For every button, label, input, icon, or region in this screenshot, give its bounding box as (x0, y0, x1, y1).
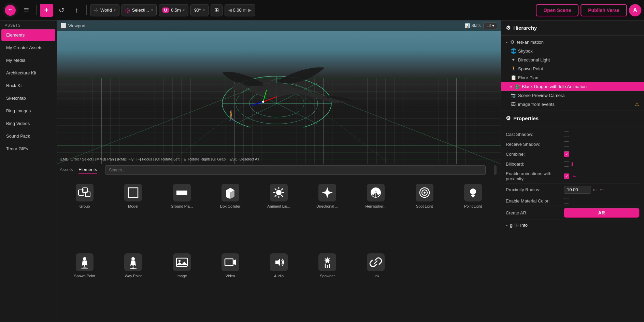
logo-button[interactable]: ~ (3, 3, 18, 18)
audio-label: Audio (274, 274, 284, 278)
ar-button[interactable]: AR (564, 208, 639, 218)
proximity-radius-arrow: ← (599, 186, 605, 193)
hier-skybox[interactable]: 🌐 Skybox (501, 46, 644, 55)
receive-shadow-checkbox[interactable] (564, 141, 569, 147)
proximity-radius-input[interactable] (564, 186, 591, 194)
element-audio[interactable]: Audio (255, 250, 302, 318)
tab-elements[interactable]: Elements (78, 166, 97, 174)
proximity-unit: m (593, 187, 597, 192)
element-box-collider[interactable]: Box Collider (207, 180, 254, 249)
link-label: Link (372, 274, 379, 278)
element-point-light[interactable]: Point Light (449, 180, 497, 249)
hier-spawn-point[interactable]: 🚶 Spawn Point (501, 64, 644, 73)
u-dropdown[interactable]: U 0.5m ▾ (159, 4, 188, 16)
billboard-info-icon[interactable]: ℹ (571, 161, 573, 167)
value-control[interactable]: ◀ 0.00 m ▶ (225, 4, 255, 16)
element-model[interactable]: Model (110, 180, 157, 249)
video-label: Video (226, 274, 235, 278)
hier-black-dragon[interactable]: ▸ 🐉 Black Dragon with Idle Animation (501, 82, 644, 91)
svg-rect-20 (128, 188, 138, 197)
sidebar-item-architecture-kit[interactable]: Architecture Kit (1, 67, 55, 79)
prop-create-ar: Create AR: AR (506, 206, 639, 220)
sidebar-item-rock-kit[interactable]: Rock Kit (1, 80, 55, 92)
bottom-tabs: Assets Elements (57, 164, 501, 176)
prop-enable-material-color: Enable Material Color: (506, 196, 639, 206)
publish-button[interactable]: Publish Verse (581, 4, 627, 16)
refresh-button[interactable]: ↺ (55, 4, 68, 17)
world-dropdown[interactable]: ⊹ World ▾ (90, 4, 119, 16)
hier-tes-animation[interactable]: ▸ ⚙ tes-animation (501, 38, 644, 46)
logo-icon: ~ (5, 5, 16, 16)
element-video[interactable]: Video (207, 250, 254, 318)
cast-shadow-checkbox[interactable] (564, 131, 569, 137)
combine-checkbox[interactable]: ✓ (564, 151, 569, 157)
prop-combine: Combine: ✓ (506, 149, 639, 159)
element-spot-light[interactable]: Spot Light (401, 180, 448, 249)
svg-point-22 (276, 190, 282, 195)
properties-header: ⚙ Properties (501, 111, 644, 126)
element-spawn-point[interactable]: Spawn Point (61, 250, 108, 318)
gltf-info-row[interactable]: ▸ gITF Info (506, 220, 639, 230)
svg-point-44 (178, 260, 181, 262)
arrow-button[interactable]: ↑ (70, 4, 83, 17)
element-way-point[interactable]: Way Point (110, 250, 157, 318)
spawn-point-icon (76, 253, 94, 271)
point-light-icon (464, 184, 482, 201)
dragon-silhouette (181, 42, 352, 127)
point-light-label: Point Light (464, 204, 482, 208)
image-icon (173, 253, 191, 271)
box-collider-icon (221, 184, 239, 201)
audio-icon (270, 253, 288, 271)
user-avatar[interactable]: A (629, 4, 641, 16)
sidebar-item-sketchfab[interactable]: Sketchfab (1, 92, 55, 104)
lit-dropdown[interactable]: Lit ▾ (483, 22, 497, 29)
billboard-checkbox[interactable] (564, 161, 569, 167)
directional-label: Directional ... (316, 204, 338, 208)
hier-directional-light[interactable]: ✦ Directional Light (501, 55, 644, 64)
sidebar-item-sound-pack[interactable]: Sound Pack (1, 130, 55, 142)
search-input[interactable] (105, 165, 486, 175)
hemispherer-icon (367, 184, 385, 201)
element-directional[interactable]: Directional ... (304, 180, 351, 249)
bottom-panel: Assets Elements Group (57, 164, 501, 322)
scroll-indicator[interactable] (494, 165, 497, 175)
open-scene-button[interactable]: Open Scene (536, 4, 578, 16)
search-container (105, 165, 486, 175)
enable-material-color-checkbox[interactable] (564, 198, 569, 204)
element-link[interactable]: Link (352, 250, 399, 318)
spot-light-icon (416, 184, 433, 201)
hier-scene-preview-camera[interactable]: 📷 Scene Preview Camera (501, 91, 644, 100)
svg-rect-45 (225, 259, 233, 266)
hamburger-button[interactable]: ☰ (20, 4, 33, 17)
sidebar-item-bing-images[interactable]: Bing Images (1, 105, 55, 117)
viewport[interactable]: 🚶 ⬜ Viewport 📊 Stats Lit ▾ (57, 20, 501, 164)
svg-rect-37 (472, 196, 474, 197)
enable-animations-checkbox[interactable]: ✓ (564, 173, 569, 179)
tab-assets[interactable]: Assets (60, 166, 73, 174)
element-spawner[interactable]: Spawner (304, 250, 351, 318)
sidebar-item-my-media[interactable]: My Media (1, 54, 55, 66)
model-icon (124, 184, 142, 201)
sidebar-item-my-creator-assets[interactable]: My Creator Assets (1, 42, 55, 54)
svg-line-29 (281, 188, 283, 190)
grid-dropdown[interactable]: ⊞ (211, 4, 223, 16)
element-ambient-light[interactable]: Ambient Lig... (255, 180, 302, 249)
prop-proximity-radius: Proximity Radius: m ← (506, 184, 639, 196)
angle-dropdown[interactable]: 90° ▾ (190, 4, 209, 16)
ground-plane-label: Ground Pla... (171, 204, 193, 208)
sidebar-item-tenor-gifs[interactable]: Tenor GIFs (1, 143, 55, 155)
group-icon (76, 184, 94, 201)
element-hemispherer[interactable]: Hemispher... (352, 180, 399, 249)
element-group[interactable]: Group (61, 180, 108, 249)
hier-image-from-events[interactable]: 🖼 image from events ⚠ (501, 100, 644, 109)
hier-floor-plan[interactable]: 📋 Floor Plan (501, 73, 644, 82)
add-button[interactable]: + (40, 4, 53, 17)
spawner-label: Spawner (320, 274, 335, 278)
stats-button[interactable]: 📊 Stats (465, 23, 481, 28)
scale-figure: 🚶 (226, 110, 238, 121)
selection-dropdown[interactable]: ◎ Selecti... ▾ (121, 4, 157, 16)
element-ground-plane[interactable]: Ground Pla... (158, 180, 205, 249)
sidebar-item-elements[interactable]: Elements (1, 29, 55, 41)
sidebar-item-bing-videos[interactable]: Bing Videos (1, 117, 55, 129)
element-image[interactable]: Image (158, 250, 205, 318)
